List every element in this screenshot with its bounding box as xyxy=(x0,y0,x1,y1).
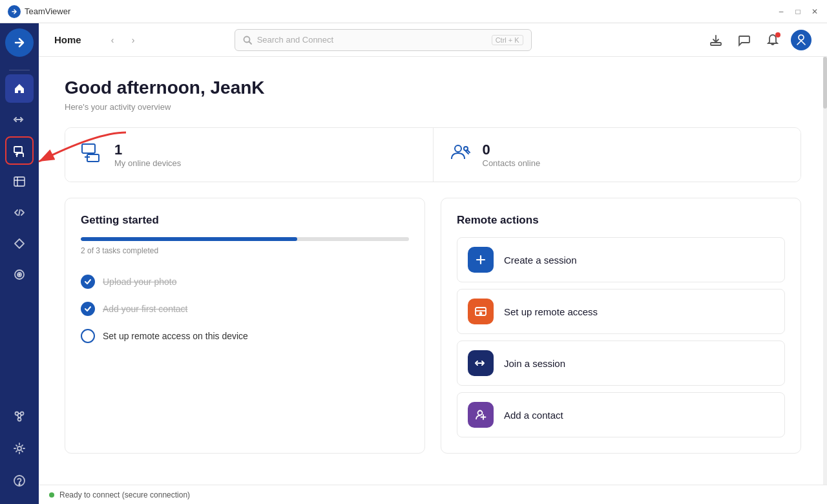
sidebar-item-devices[interactable] xyxy=(5,136,34,165)
getting-started-card: Getting started 2 of 3 tasks completed xyxy=(65,198,425,454)
devices-label: My online devices xyxy=(114,158,181,168)
topbar-icons xyxy=(706,30,811,50)
sidebar-item-home[interactable] xyxy=(5,74,34,103)
svg-point-31 xyxy=(464,147,468,151)
content-wrapper: Home ‹ › Search and Connect Ctrl + K xyxy=(39,23,827,504)
svg-rect-24 xyxy=(711,43,721,45)
close-button[interactable]: ✕ xyxy=(810,7,819,16)
getting-started-title: Getting started xyxy=(81,214,409,227)
maximize-button[interactable]: □ xyxy=(793,7,802,16)
action-add-contact[interactable]: Add a contact xyxy=(457,392,785,437)
devices-stat-icon xyxy=(81,141,104,169)
notification-badge xyxy=(775,32,780,37)
svg-rect-26 xyxy=(82,144,95,153)
app-body: Home ‹ › Search and Connect Ctrl + K xyxy=(0,23,827,504)
stat-card-contacts: 0 Contacts online xyxy=(433,128,801,182)
stat-card-devices: 1 My online devices xyxy=(65,128,433,182)
teamviewer-icon xyxy=(8,5,21,18)
task-check-photo xyxy=(81,275,95,289)
add-contact-icon-box xyxy=(468,402,494,428)
window-controls: – □ ✕ xyxy=(777,7,819,16)
remote-actions-card: Remote actions Create a session xyxy=(441,198,801,454)
contacts-count: 0 xyxy=(483,142,541,158)
sidebar-item-connections[interactable] xyxy=(5,402,34,430)
svg-rect-3 xyxy=(17,153,23,157)
sidebar-divider xyxy=(9,70,30,70)
greeting-section: Good afternoon, JeanK Here's your activi… xyxy=(65,78,801,112)
sidebar-item-list[interactable] xyxy=(5,167,34,196)
remote-actions-title: Remote actions xyxy=(457,214,785,227)
svg-point-21 xyxy=(19,484,20,485)
back-button[interactable]: ‹ xyxy=(103,31,121,49)
svg-rect-27 xyxy=(87,154,99,162)
action-create-session[interactable]: Create a session xyxy=(457,237,785,282)
create-session-icon-box xyxy=(468,247,494,273)
svg-line-18 xyxy=(20,415,21,418)
svg-point-25 xyxy=(799,35,804,40)
search-icon xyxy=(243,36,252,45)
task-item-access[interactable]: Set up remote access on this device xyxy=(81,322,409,350)
search-shortcut: Ctrl + K xyxy=(492,35,523,45)
scrollbar[interactable] xyxy=(823,57,827,485)
sidebar-item-diamond[interactable] xyxy=(5,229,34,258)
app-logo: TeamViewer xyxy=(8,5,70,18)
devices-count: 1 xyxy=(114,142,181,158)
create-session-label: Create a session xyxy=(504,255,577,266)
svg-point-19 xyxy=(17,446,21,450)
svg-line-23 xyxy=(249,41,251,44)
sidebar-item-help[interactable] xyxy=(5,467,34,495)
action-join-session[interactable]: Join a session xyxy=(457,341,785,386)
svg-rect-6 xyxy=(14,177,25,186)
sidebar-item-settings[interactable] xyxy=(5,434,34,463)
svg-point-12 xyxy=(19,274,20,275)
greeting-title: Good afternoon, JeanK xyxy=(65,78,801,98)
titlebar: TeamViewer – □ ✕ xyxy=(0,0,827,23)
progress-bar-fill xyxy=(81,237,297,241)
user-avatar[interactable] xyxy=(791,30,811,50)
add-contact-label: Add a contact xyxy=(504,410,563,421)
join-session-icon-box xyxy=(468,350,494,376)
sidebar xyxy=(0,23,39,504)
statusbar: Ready to connect (secure connection) xyxy=(39,485,827,504)
svg-point-36 xyxy=(480,313,482,315)
svg-point-30 xyxy=(455,145,461,152)
sidebar-item-code[interactable] xyxy=(5,198,34,227)
contacts-stat-icon xyxy=(449,141,472,169)
page-title: Home xyxy=(54,34,93,45)
download-icon[interactable] xyxy=(706,30,726,50)
greeting-subtitle: Here's your activity overview xyxy=(65,102,801,112)
notification-icon[interactable] xyxy=(762,30,783,50)
svg-rect-2 xyxy=(14,147,22,152)
progress-text: 2 of 3 tasks completed xyxy=(81,246,409,255)
svg-point-37 xyxy=(478,411,483,415)
task-check-contact xyxy=(81,302,95,316)
minimize-button[interactable]: – xyxy=(777,7,786,16)
contacts-label: Contacts online xyxy=(483,158,541,168)
main-content: Good afternoon, JeanK Here's your activi… xyxy=(39,57,827,485)
progress-bar xyxy=(81,237,409,241)
chat-icon[interactable] xyxy=(734,30,755,50)
svg-line-9 xyxy=(19,209,20,216)
task-label-contact: Add your first contact xyxy=(103,304,188,314)
action-setup-remote[interactable]: Set up remote access xyxy=(457,289,785,334)
setup-remote-label: Set up remote access xyxy=(504,306,598,317)
status-indicator xyxy=(49,492,54,498)
nav-arrows: ‹ › xyxy=(103,31,142,49)
sidebar-item-monitor[interactable] xyxy=(5,260,34,289)
search-placeholder: Search and Connect xyxy=(257,35,334,45)
task-label-access: Set up remote access on this device xyxy=(103,331,248,341)
sidebar-bottom xyxy=(5,401,34,504)
task-check-access xyxy=(81,329,95,343)
sidebar-item-remote[interactable] xyxy=(5,105,34,134)
scrollbar-thumb[interactable] xyxy=(823,57,827,109)
task-item-contact: Add your first contact xyxy=(81,295,409,322)
sidebar-logo xyxy=(5,28,34,57)
content-area: Home ‹ › Search and Connect Ctrl + K xyxy=(39,23,827,504)
stats-row: 1 My online devices xyxy=(65,127,801,182)
task-item-photo: Upload your photo xyxy=(81,268,409,295)
status-text: Ready to connect (secure connection) xyxy=(59,490,190,499)
svg-line-17 xyxy=(17,415,19,418)
search-bar[interactable]: Search and Connect Ctrl + K xyxy=(235,29,532,51)
two-col-section: Getting started 2 of 3 tasks completed xyxy=(65,198,801,454)
forward-button[interactable]: › xyxy=(124,31,142,49)
